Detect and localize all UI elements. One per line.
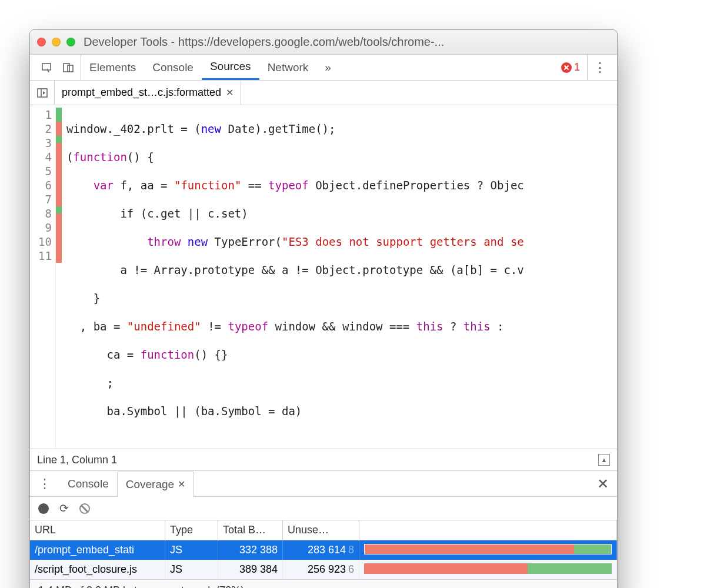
tab-elements[interactable]: Elements	[81, 55, 144, 80]
coverage-footer: 1.4 MB of 2.0 MB bytes are not used. (70…	[30, 580, 617, 588]
collapse-drawer-icon[interactable]: ▲	[598, 454, 610, 466]
coverage-table: URL Type Total B… Unuse… /prompt_embed_s…	[30, 520, 617, 580]
titlebar: Developer Tools - https://developers.goo…	[30, 30, 617, 55]
coverage-header: URL Type Total B… Unuse…	[30, 520, 617, 540]
cursor-position: Line 1, Column 1	[37, 454, 117, 466]
tab-network[interactable]: Network	[259, 55, 317, 80]
inspect-element-icon[interactable]	[41, 61, 54, 74]
code-editor[interactable]: 1234567891011 window._402.prlt = (new Da…	[30, 105, 617, 449]
svg-rect-1	[64, 64, 69, 72]
file-tab[interactable]: prompt_embed_st…c.js:formatted ✕	[55, 81, 241, 105]
traffic-lights	[37, 38, 75, 46]
drawer-menu-icon[interactable]: ⋮	[30, 476, 59, 492]
sources-filebar: prompt_embed_st…c.js:formatted ✕	[30, 81, 617, 105]
error-badge[interactable]: 1	[561, 61, 580, 74]
window-title: Developer Tools - https://developers.goo…	[84, 35, 444, 49]
coverage-gutter	[56, 105, 62, 449]
clear-icon[interactable]	[79, 503, 90, 514]
editor-statusbar: Line 1, Column 1 ▲	[30, 449, 617, 471]
main-tabbar: Elements Console Sources Network » 1 ⋮	[30, 55, 617, 81]
device-toolbar-icon[interactable]	[62, 61, 75, 74]
close-icon[interactable]: ✕	[226, 87, 234, 98]
col-bar	[359, 520, 617, 540]
drawer-tab-console[interactable]: Console	[59, 471, 117, 496]
devtools-window: Developer Tools - https://developers.goo…	[29, 29, 618, 588]
code-content[interactable]: window._402.prlt = (new Date).getTime();…	[62, 105, 524, 449]
navigator-toggle-icon[interactable]	[30, 81, 55, 105]
col-type[interactable]: Type	[165, 520, 218, 540]
close-window-button[interactable]	[37, 38, 46, 46]
drawer-close-icon[interactable]: ✕	[589, 476, 617, 492]
tab-console[interactable]: Console	[144, 55, 202, 80]
col-unused[interactable]: Unuse…	[283, 520, 359, 540]
drawer-tabbar: ⋮ Console Coverage ✕ ✕	[30, 471, 617, 497]
error-count: 1	[574, 61, 580, 74]
svg-rect-3	[38, 89, 47, 97]
devtools-menu-icon[interactable]: ⋮	[587, 55, 612, 80]
coverage-toolbar: ⟳	[30, 497, 617, 520]
tab-sources[interactable]: Sources	[202, 55, 259, 80]
zoom-window-button[interactable]	[66, 38, 75, 46]
minimize-window-button[interactable]	[52, 38, 61, 46]
tab-overflow[interactable]: »	[316, 55, 339, 80]
record-icon[interactable]	[38, 503, 49, 514]
svg-rect-0	[42, 64, 51, 70]
close-icon[interactable]: ✕	[178, 479, 185, 490]
error-icon	[561, 62, 572, 73]
coverage-row[interactable]: /prompt_embed_stati JS 332 388 283 6148	[30, 540, 617, 560]
file-tab-label: prompt_embed_st…c.js:formatted	[62, 86, 221, 99]
line-gutter: 1234567891011	[30, 105, 56, 449]
col-url[interactable]: URL	[30, 520, 165, 540]
col-total[interactable]: Total B…	[218, 520, 283, 540]
reload-icon[interactable]: ⟳	[59, 502, 69, 515]
svg-rect-2	[68, 65, 73, 72]
coverage-row[interactable]: /script_foot_closure.js JS 389 384 256 9…	[30, 560, 617, 579]
drawer-tab-coverage[interactable]: Coverage ✕	[117, 472, 194, 497]
